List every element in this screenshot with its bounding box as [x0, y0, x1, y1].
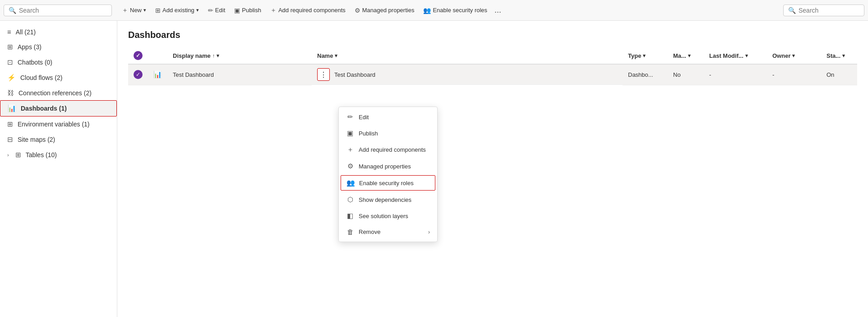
page-title: Dashboards: [128, 30, 857, 40]
plus-icon: ＋: [122, 6, 128, 14]
right-search-box[interactable]: 🔍: [783, 5, 864, 16]
status-filter-icon[interactable]: ▾: [842, 53, 845, 59]
ctx-solution-layers[interactable]: ◧ See solution layers: [339, 208, 437, 224]
sidebar-item-connection-references[interactable]: ⛓ Connection references (2): [0, 85, 117, 100]
managed-filter-icon[interactable]: ▾: [688, 53, 691, 59]
row-managed: No: [668, 64, 704, 85]
ctx-show-dependencies[interactable]: ⬡ Show dependencies: [339, 191, 437, 208]
add-required-icon: ＋: [270, 6, 277, 14]
sort-asc-icon: ↑: [212, 53, 215, 58]
edit-icon: ✏: [208, 7, 213, 14]
remove-ctx-icon: 🗑: [346, 228, 354, 236]
search-icon: 🔍: [9, 7, 16, 14]
publish-ctx-icon: ▣: [346, 129, 354, 137]
connection-icon: ⛓: [7, 89, 14, 97]
col-header-managed[interactable]: Ma... ▾: [668, 47, 704, 64]
row-more-button[interactable]: ⋮: [317, 68, 330, 81]
col-header-name[interactable]: Name ▾: [312, 47, 623, 64]
ctx-edit[interactable]: ✏ Edit: [339, 109, 437, 125]
security-ctx-icon: 👥: [346, 179, 355, 187]
col-header-display-name[interactable]: Display name ↑ ▾: [167, 47, 312, 64]
right-search-icon: 🔍: [788, 7, 796, 14]
sidebar-item-chatbots[interactable]: ⊡ Chatbots (0): [0, 55, 117, 70]
new-button[interactable]: ＋ New ▾: [117, 5, 151, 16]
search-input[interactable]: [19, 7, 107, 14]
row-actions-cell: ⋮ Test Dashboard: [312, 65, 623, 85]
site-map-icon: ⊟: [7, 135, 13, 144]
col-header-icon: [148, 47, 167, 64]
enable-security-button[interactable]: 👥 Enable security roles: [419, 5, 492, 16]
col-header-check[interactable]: ✓: [128, 47, 148, 64]
add-existing-icon: ⊞: [155, 7, 161, 14]
ctx-publish[interactable]: ▣ Publish: [339, 125, 437, 141]
gear-ctx-icon: ⚙: [346, 162, 354, 170]
row-selected-icon: ✓: [134, 70, 143, 79]
gear-icon: ⚙: [355, 7, 360, 14]
col-header-last-modified[interactable]: Last Modif... ▾: [704, 47, 767, 64]
sidebar-item-apps[interactable]: ⊞ Apps (3): [0, 39, 117, 55]
name-filter-icon[interactable]: ▾: [335, 53, 337, 59]
sidebar-item-cloud-flows[interactable]: ⚡ Cloud flows (2): [0, 70, 117, 85]
apps-icon: ⊞: [7, 43, 13, 51]
type-filter-icon[interactable]: ▾: [643, 53, 646, 59]
modified-filter-icon[interactable]: ▾: [745, 53, 748, 59]
env-var-icon: ⊞: [7, 120, 13, 128]
chevron-down-icon: ▾: [143, 7, 146, 13]
dashboards-table: ✓ Display name ↑ ▾ Name: [128, 47, 857, 85]
publish-icon: ▣: [234, 7, 240, 14]
cloud-flow-icon: ⚡: [7, 74, 16, 82]
chevron-down-icon2: ▾: [196, 7, 199, 13]
col-header-owner[interactable]: Owner ▾: [767, 47, 821, 64]
filter-icon[interactable]: ▾: [217, 53, 219, 59]
row-status: On: [821, 64, 857, 85]
ctx-remove[interactable]: 🗑 Remove ›: [339, 224, 437, 240]
row-display-name: Test Dashboard: [167, 64, 312, 85]
toolbar: 🔍 ＋ New ▾ ⊞ Add existing ▾ ✏ Edit ▣ Publ…: [0, 0, 868, 21]
ctx-managed-props[interactable]: ⚙ Managed properties: [339, 158, 437, 174]
sidebar-item-site-maps[interactable]: ⊟ Site maps (2): [0, 132, 117, 147]
edit-ctx-icon: ✏: [346, 113, 354, 121]
more-actions-button[interactable]: ...: [492, 5, 504, 16]
edit-button[interactable]: ✏ Edit: [203, 5, 230, 16]
table-row[interactable]: ✓ 📊 Test Dashboard ⋮ Test Dashboard Dash…: [128, 64, 857, 85]
sidebar-item-environment-variables[interactable]: ⊞ Environment variables (1): [0, 117, 117, 132]
col-header-type[interactable]: Type ▾: [623, 47, 668, 64]
right-search-input[interactable]: [799, 7, 859, 14]
row-check[interactable]: ✓: [128, 64, 148, 85]
sidebar: ≡ All (21) ⊞ Apps (3) ⊡ Chatbots (0) ⚡ C…: [0, 21, 117, 317]
col-header-status[interactable]: Sta... ▾: [821, 47, 857, 64]
security-icon: 👥: [423, 7, 431, 14]
publish-button[interactable]: ▣ Publish: [230, 5, 266, 16]
select-all-check[interactable]: ✓: [134, 51, 143, 60]
main-layout: ≡ All (21) ⊞ Apps (3) ⊡ Chatbots (0) ⚡ C…: [0, 21, 868, 317]
row-icon-cell: 📊: [148, 64, 167, 85]
sidebar-item-dashboards[interactable]: 📊 Dashboards (1): [0, 100, 117, 117]
chatbot-icon: ⊡: [7, 58, 13, 66]
sidebar-item-all[interactable]: ≡ All (21): [0, 24, 117, 39]
sidebar-item-tables[interactable]: › ⊞ Tables (10): [0, 147, 117, 163]
row-type: Dashbo...: [623, 64, 668, 85]
layers-ctx-icon: ◧: [346, 212, 354, 220]
content-area: Dashboards ✓ Display name ↑ ▾: [117, 21, 868, 317]
managed-properties-button[interactable]: ⚙ Managed properties: [350, 5, 419, 16]
search-box[interactable]: 🔍: [4, 5, 112, 16]
dashboard-row-icon: 📊: [153, 70, 162, 78]
add-existing-button[interactable]: ⊞ Add existing ▾: [151, 5, 203, 16]
ctx-add-required[interactable]: ＋ Add required components: [339, 141, 437, 158]
dashboard-icon: 📊: [8, 104, 16, 112]
row-owner: -: [767, 64, 821, 85]
ctx-enable-security[interactable]: 👥 Enable security roles: [341, 175, 435, 191]
owner-filter-icon[interactable]: ▾: [792, 53, 795, 59]
add-required-button[interactable]: ＋ Add required components: [266, 5, 350, 16]
context-menu: ✏ Edit ▣ Publish ＋ Add required componen…: [338, 107, 438, 242]
row-last-modified: -: [704, 64, 767, 85]
add-required-ctx-icon: ＋: [346, 145, 354, 154]
list-icon: ≡: [7, 28, 11, 36]
expand-icon: ›: [7, 152, 9, 158]
submenu-chevron-icon: ›: [428, 229, 430, 235]
dependencies-ctx-icon: ⬡: [346, 196, 354, 204]
tables-icon: ⊞: [15, 151, 21, 159]
